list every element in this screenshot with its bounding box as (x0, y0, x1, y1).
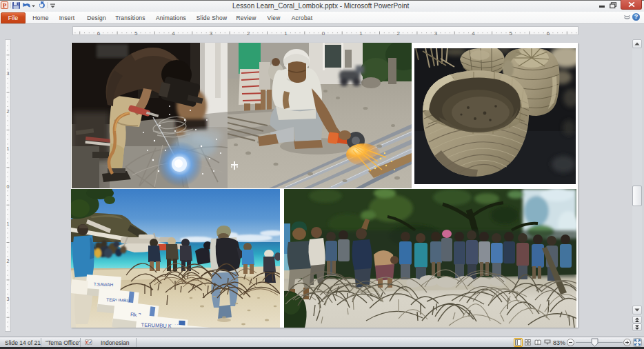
svg-text:3: 3 (7, 297, 10, 301)
svg-text:T.SAWAH: T.SAWAH (94, 281, 114, 287)
svg-text:3: 3 (7, 71, 10, 76)
svg-text:2: 2 (7, 109, 10, 114)
svg-text:2: 2 (7, 259, 10, 263)
svg-text:1: 1 (7, 221, 10, 226)
svg-text:P: P (3, 2, 7, 9)
svg-text:0: 0 (7, 184, 10, 189)
svg-text:1: 1 (7, 146, 10, 151)
